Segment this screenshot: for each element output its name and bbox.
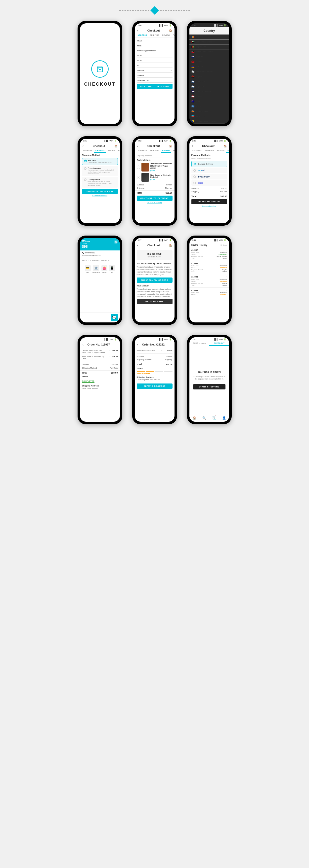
place-order-btn[interactable]: PLACE MY ORDER xyxy=(191,199,227,204)
list-item[interactable]: 🇧🇦Bosnia and Herzegovina xyxy=(190,119,229,124)
tab-address-2-3[interactable]: ADDRESS xyxy=(191,149,203,153)
tab-shipping-2-2[interactable]: SHIPPING xyxy=(148,149,161,153)
home-nav-icon: 🏠 xyxy=(192,416,196,420)
phone-field[interactable] xyxy=(137,79,172,83)
shipping-free[interactable]: Free shipping Free shipping is a special… xyxy=(82,166,118,176)
city-field[interactable] xyxy=(137,54,172,58)
tab-payment-2-3[interactable]: PAYMENT xyxy=(226,149,229,153)
nav-home-item[interactable]: 🏠 xyxy=(192,416,196,420)
status-icons-4-3: ▌▌▌ WiFi 🔋 xyxy=(214,338,226,341)
chat-icon[interactable]: 💬 xyxy=(111,314,118,321)
country-select[interactable]: Vietnam ▼ xyxy=(137,69,172,73)
show-orders-btn[interactable]: SHOW ALL MY ORDERS xyxy=(137,278,172,283)
tab-shipping-1-2[interactable]: SHIPPING xyxy=(148,33,161,37)
back-to-shop-btn[interactable]: BACK TO SHOP xyxy=(137,299,172,304)
first-name-field[interactable] xyxy=(137,39,172,43)
tabs-2-1: ADDRESS SHIPPING REVIEW PAYMENT xyxy=(80,149,120,153)
list-item[interactable]: 🇦🇳Netherlands Antilles xyxy=(190,69,229,74)
payment-razorpay[interactable]: ◈Razorpay xyxy=(191,174,227,180)
list-item[interactable]: 🇦🇴Angola xyxy=(190,74,229,79)
pay-upi[interactable]: 📱 UPI xyxy=(109,265,115,273)
product-item-2: − Biker Jacket in Wool with Zip Detail $… xyxy=(135,173,174,182)
tab-review-1-2[interactable]: REVIEW xyxy=(161,33,171,37)
tab-address-1-2[interactable]: ADDRESS xyxy=(136,33,149,37)
order-status-val-1: COMPLETED xyxy=(218,254,227,255)
zip-field[interactable] xyxy=(137,74,172,78)
home-icon-1-2[interactable]: 🏠 xyxy=(169,29,172,32)
cart-tab[interactable]: CART 0 ITEMS xyxy=(190,341,209,346)
back-to-shipping-link[interactable]: Go back to shipping xyxy=(137,202,172,204)
payment-stripe[interactable]: stripe xyxy=(191,180,227,186)
tab-address-2-2[interactable]: ADDRESS xyxy=(136,149,149,153)
list-item[interactable]: 🇦🇿Azerbaijan xyxy=(190,114,229,119)
order-item-1-detail: Ultimate Biker Jacket With Stitch Detail… xyxy=(80,348,120,355)
checkout-tab[interactable]: CHECKOUT xyxy=(209,341,229,346)
country-name: Argentina xyxy=(196,85,204,88)
remove-item-1-btn[interactable]: − xyxy=(137,165,140,169)
pay-netbanking[interactable]: 🏦 Netbanking xyxy=(92,265,100,273)
tab-shipping-2-3[interactable]: SHIPPING xyxy=(203,149,215,153)
list-item[interactable]: 🇦🇽Aland Islands xyxy=(190,109,229,114)
list-item[interactable]: 🇦🇷Argentina xyxy=(190,84,229,89)
tab-review-2-3[interactable]: REVIEW xyxy=(216,149,226,153)
order-card-2[interactable]: #15096 › Order Date 26/06/2019 Status PE… xyxy=(190,261,229,274)
flag-icon: 🇦🇶 xyxy=(191,80,194,83)
continue-payment-btn[interactable]: CONTINUE TO PAYMENT xyxy=(137,195,172,201)
list-item[interactable]: 🇦🇸American Samoa xyxy=(190,89,229,94)
total-val-3: $98.00 xyxy=(223,284,227,286)
tab-payment-2-1[interactable]: PAYMENT xyxy=(117,149,119,153)
tab-payment-1-2[interactable]: PAYMENT xyxy=(171,33,174,37)
tab-review-2-1[interactable]: REVIEW xyxy=(106,149,117,153)
list-item[interactable]: 🇦🇬Antigua and Barbuda xyxy=(190,50,229,54)
list-item[interactable]: 🇦🇪United Arab Emirates xyxy=(190,39,229,44)
list-item[interactable]: 🇦🇲Armenia xyxy=(190,64,229,69)
shipping-flat-rate[interactable]: Flat rate Let's charge a fixed rate for … xyxy=(82,158,118,165)
list-item[interactable]: 🇦🇮Anguilla xyxy=(190,54,229,59)
home-icon-3-2[interactable]: 🏠 xyxy=(169,244,172,247)
nav-cart-item[interactable]: 🛒 Cart xyxy=(212,415,216,421)
shipping-val-4-2: Shipping xyxy=(165,359,172,361)
shipping-local[interactable]: Local pickup Allow customers to pick up … xyxy=(82,177,118,187)
address-field[interactable] xyxy=(137,59,172,63)
home-icon-2-2[interactable]: 🏠 xyxy=(169,145,172,148)
list-item[interactable]: 🇦🇶Antarctica xyxy=(190,79,229,84)
back-to-address-link[interactable]: Go back to address xyxy=(82,195,118,196)
tab-review-2-2[interactable]: REVIEW xyxy=(161,149,171,153)
start-shopping-btn[interactable]: START SHOPPING xyxy=(193,384,225,390)
free-shipping-text: Free shipping Free shipping is a special… xyxy=(88,167,116,175)
checkout-header-1-2: ‹ Checkout 🏠 xyxy=(135,27,174,33)
country-list[interactable]: 🇦🇩Andorra 🇦🇪United Arab Emirates 🇦🇫Afgha… xyxy=(190,34,229,124)
list-item[interactable]: 🇦🇺Australia xyxy=(190,99,229,104)
tab-shipping-2-1[interactable]: SHIPPING xyxy=(94,149,106,153)
tab-payment-2-2[interactable]: PAYMENT xyxy=(171,149,174,153)
continue-shipping-btn[interactable]: CONTINUE TO SHIPPING xyxy=(137,84,172,89)
remove-item-2-btn[interactable]: − xyxy=(137,176,140,179)
payment-paypal[interactable]: PayPal xyxy=(191,167,227,173)
list-item[interactable]: 🇦🇹Austria xyxy=(190,94,229,99)
list-item[interactable]: 🇦🇱Albania xyxy=(190,59,229,64)
state-field[interactable] xyxy=(137,64,172,68)
order-card-3[interactable]: #15095 › Order Date 26/06/2019 Status PE… xyxy=(190,274,229,288)
pay-card[interactable]: 💳 Card xyxy=(85,265,91,273)
list-item[interactable]: 🇦🇩Andorra xyxy=(190,34,229,39)
order-card-1[interactable]: #15097 › Order Date 26/06/2019 Status CO… xyxy=(190,247,229,261)
nav-profile-item[interactable]: 👤 xyxy=(222,416,226,420)
nav-search-item[interactable]: 🔍 xyxy=(202,416,206,420)
email-field[interactable] xyxy=(137,49,172,53)
list-item[interactable]: 🇦🇼Aruba xyxy=(190,104,229,109)
list-item[interactable]: 🇦🇫Afghanistan xyxy=(190,44,229,50)
home-icon-2-3[interactable]: 🏠 xyxy=(224,145,227,148)
status-icons-3-2: ▌▌▌ WiFi 🔋 xyxy=(159,239,171,241)
refund-request-btn[interactable]: REFUND REQUEST xyxy=(137,383,172,389)
subtotal-label-4-2: Subtotal xyxy=(137,355,144,358)
continue-review-btn[interactable]: CONTINUE TO REVIEW xyxy=(82,189,118,194)
last-name-field[interactable] xyxy=(137,44,172,48)
country-name: Azerbaijan xyxy=(196,115,205,117)
tab-address-2-1[interactable]: ADDRESS xyxy=(82,149,94,153)
order-card-4[interactable]: #15094 › Order Date 26/06/2019 Status PE… xyxy=(190,288,229,297)
payment-cod[interactable]: Cash on Delivery xyxy=(191,161,227,167)
pay-wallet[interactable]: 👛 Wallet xyxy=(102,265,107,273)
bottom-nav: 🏠 🔍 🛒 Cart 👤 xyxy=(190,414,229,422)
home-icon-2-1[interactable]: 🏠 xyxy=(114,145,117,148)
back-to-review-link[interactable]: Go back to review xyxy=(191,205,227,207)
